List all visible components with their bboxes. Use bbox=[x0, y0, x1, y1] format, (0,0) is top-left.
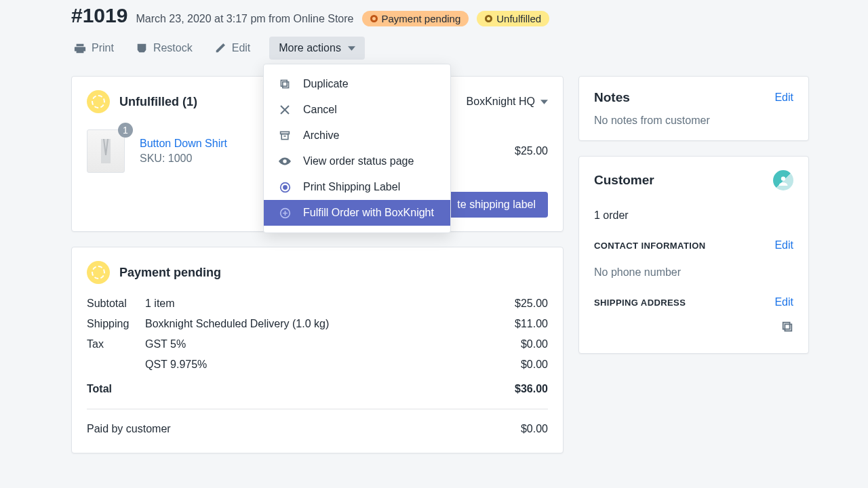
restock-label: Restock bbox=[153, 42, 193, 54]
tax2-amount: $0.00 bbox=[521, 359, 548, 371]
menu-archive[interactable]: Archive bbox=[264, 123, 450, 148]
payment-pending-icon bbox=[87, 261, 110, 284]
close-icon bbox=[279, 105, 291, 115]
print-icon bbox=[74, 42, 86, 54]
subtotal-detail: 1 item bbox=[145, 298, 515, 310]
order-number: #1019 bbox=[71, 4, 127, 27]
svg-rect-2 bbox=[785, 324, 791, 331]
location-select[interactable]: BoxKnight HQ bbox=[467, 96, 548, 108]
tax-row-1: Tax GST 5% $0.00 bbox=[87, 334, 548, 354]
no-phone: No phone number bbox=[594, 266, 793, 279]
label-icon bbox=[279, 182, 291, 193]
qty-badge: 1 bbox=[118, 123, 133, 138]
customer-title: Customer bbox=[594, 173, 654, 188]
svg-rect-3 bbox=[783, 323, 790, 329]
shipping-address-label: SHIPPING ADDRESS bbox=[594, 298, 686, 308]
order-meta: March 23, 2020 at 3:17 pm from Online St… bbox=[136, 13, 353, 25]
product-thumbnail bbox=[87, 129, 125, 173]
svg-point-1 bbox=[781, 176, 785, 180]
notes-empty: No notes from customer bbox=[594, 115, 793, 127]
payment-status-text: Payment pending bbox=[382, 13, 461, 24]
shipping-edit-link[interactable]: Edit bbox=[774, 296, 793, 308]
contact-edit-link[interactable]: Edit bbox=[774, 239, 793, 251]
fulfillment-status-text: Unfulfilled bbox=[496, 13, 541, 24]
status-dot-icon bbox=[370, 15, 378, 22]
print-label: Print bbox=[92, 42, 114, 54]
menu-print-label[interactable]: Print Shipping Label bbox=[264, 174, 450, 200]
caret-down-icon bbox=[540, 100, 548, 104]
location-label: BoxKnight HQ bbox=[467, 96, 535, 108]
product-name-link[interactable]: Button Down Shirt bbox=[140, 138, 227, 149]
fulfillment-status-badge: Unfulfilled bbox=[477, 11, 549, 26]
subtotal-row: Subtotal 1 item $25.00 bbox=[87, 293, 548, 314]
avatar bbox=[773, 170, 793, 190]
edit-label: Edit bbox=[232, 42, 251, 54]
tax1-amount: $0.00 bbox=[521, 338, 548, 350]
menu-archive-label: Archive bbox=[303, 129, 339, 142]
contact-info-label: CONTACT INFORMATION bbox=[594, 241, 706, 251]
tax1-detail: GST 5% bbox=[145, 338, 521, 350]
more-actions-label: More actions bbox=[279, 42, 341, 54]
total-row: Total $36.00 bbox=[87, 379, 548, 399]
create-shipping-label-button[interactable]: te shipping label bbox=[445, 192, 548, 218]
restock-button[interactable]: Restock bbox=[133, 38, 195, 58]
menu-duplicate[interactable]: Duplicate bbox=[264, 71, 450, 97]
notes-card: Notes Edit No notes from customer bbox=[578, 76, 809, 141]
restock-icon bbox=[136, 42, 148, 54]
menu-fulfill-boxknight[interactable]: Fulfill Order with BoxKnight bbox=[264, 200, 450, 226]
copy-address-button[interactable] bbox=[594, 321, 793, 333]
notes-title: Notes bbox=[594, 90, 630, 105]
menu-cancel-label: Cancel bbox=[303, 104, 337, 116]
menu-cancel[interactable]: Cancel bbox=[264, 97, 450, 123]
total-label: Total bbox=[87, 383, 145, 395]
shipping-detail: Boxknight Scheduled Delivery (1.0 kg) bbox=[145, 318, 515, 330]
eye-icon bbox=[279, 157, 291, 165]
shipping-amount: $11.00 bbox=[515, 318, 548, 330]
payment-card-title: Payment pending bbox=[119, 266, 221, 280]
caret-down-icon bbox=[348, 46, 355, 51]
subtotal-label: Subtotal bbox=[87, 298, 145, 310]
duplicate-icon bbox=[279, 79, 291, 89]
status-dot-icon bbox=[485, 15, 492, 22]
more-actions-dropdown: Duplicate Cancel Archive View order stat… bbox=[263, 64, 451, 233]
subtotal-amount: $25.00 bbox=[515, 298, 548, 310]
menu-print-label-label: Print Shipping Label bbox=[303, 181, 400, 193]
more-actions-button[interactable]: More actions bbox=[269, 37, 365, 60]
svg-rect-5 bbox=[281, 80, 287, 86]
menu-duplicate-label: Duplicate bbox=[303, 78, 349, 90]
menu-view-status[interactable]: View order status page bbox=[264, 148, 450, 174]
pencil-icon bbox=[214, 42, 226, 54]
paid-amount: $0.00 bbox=[521, 423, 548, 435]
shipping-label: Shipping bbox=[87, 318, 145, 330]
customer-card: Customer 1 order CONTACT INFORMATION Edi… bbox=[578, 156, 809, 354]
payment-card: Payment pending Subtotal 1 item $25.00 S… bbox=[71, 247, 564, 453]
menu-fulfill-label: Fulfill Order with BoxKnight bbox=[303, 207, 434, 219]
svg-rect-4 bbox=[283, 82, 289, 88]
customer-order-count: 1 order bbox=[594, 209, 793, 222]
tax-row-2: QST 9.975% $0.00 bbox=[87, 354, 548, 375]
line-total: $25.00 bbox=[515, 145, 548, 157]
fulfillment-card-title: Unfulfilled (1) bbox=[119, 95, 197, 109]
unfulfilled-icon bbox=[87, 90, 110, 113]
tax-label: Tax bbox=[87, 338, 145, 350]
divider bbox=[87, 409, 548, 409]
payment-status-badge: Payment pending bbox=[362, 11, 469, 26]
paid-row: Paid by customer $0.00 bbox=[87, 419, 548, 439]
archive-icon bbox=[279, 130, 291, 141]
svg-rect-7 bbox=[281, 134, 288, 140]
menu-view-status-label: View order status page bbox=[303, 155, 414, 167]
paid-label: Paid by customer bbox=[87, 423, 521, 435]
tax2-detail: QST 9.975% bbox=[145, 359, 521, 371]
total-amount: $36.00 bbox=[515, 383, 548, 395]
boxknight-icon bbox=[279, 207, 291, 219]
notes-edit-link[interactable]: Edit bbox=[774, 92, 793, 104]
svg-point-10 bbox=[283, 185, 286, 188]
print-button[interactable]: Print bbox=[71, 38, 117, 58]
shipping-row: Shipping Boxknight Scheduled Delivery (1… bbox=[87, 314, 548, 334]
edit-button[interactable]: Edit bbox=[212, 38, 254, 58]
